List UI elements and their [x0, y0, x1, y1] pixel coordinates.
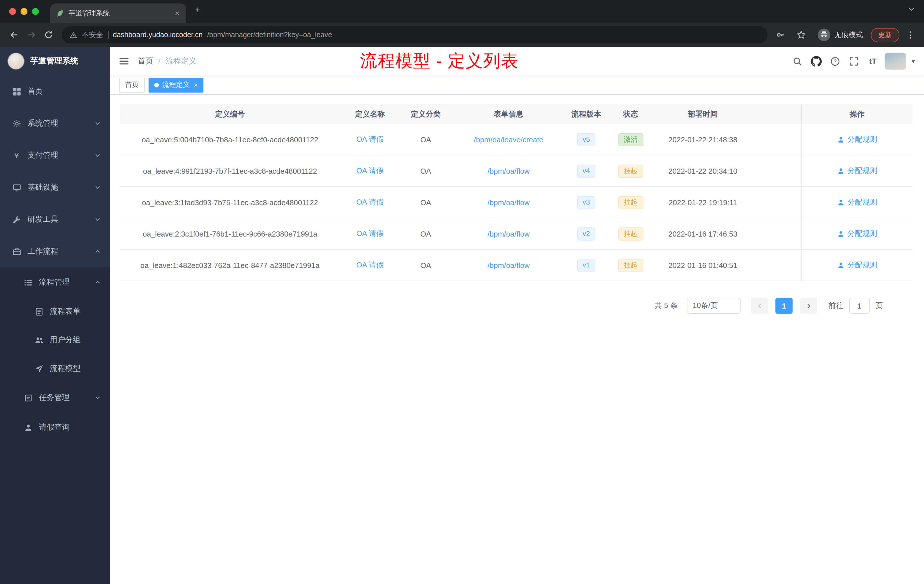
- font-size-icon[interactable]: tT: [866, 54, 880, 68]
- current-page-button[interactable]: 1: [776, 298, 792, 314]
- url-path: /bpm/manager/definition?key=oa_leave: [207, 31, 759, 39]
- window-minimize-button[interactable]: [21, 8, 27, 15]
- definition-id: oa_leave:5:004b710b-7b8a-11ec-8ef0-acde4…: [120, 124, 340, 155]
- column-header: 状态: [607, 104, 654, 124]
- chevron-icon: [95, 249, 101, 254]
- sidebar-item-process-model[interactable]: 流程模型: [0, 354, 110, 383]
- sidebar-logo[interactable]: 芋道管理系统: [0, 47, 110, 76]
- table-row: oa_leave:2:3c1f0ef1-76b1-11ec-9c66-a2380…: [120, 218, 912, 250]
- status-badge: 挂起: [618, 259, 643, 272]
- goto-page-input[interactable]: [849, 298, 870, 314]
- assign-rule-link[interactable]: 分配规则: [837, 134, 877, 145]
- definition-name-link[interactable]: OA 请假: [356, 134, 383, 145]
- bookmark-star-icon[interactable]: [792, 26, 810, 43]
- browser-tab[interactable]: 芋道管理系统 ×: [50, 3, 186, 23]
- sidebar-item-leave-query[interactable]: 请假查询: [0, 412, 110, 442]
- user-avatar[interactable]: [885, 53, 907, 70]
- group-icon: [34, 336, 43, 344]
- tags-view-bar: 首页 流程定义 ×: [110, 76, 924, 95]
- sidebar-item-infra[interactable]: 基础设施: [0, 172, 110, 203]
- tab-close-icon[interactable]: ×: [174, 8, 181, 18]
- sidebar-item-home[interactable]: 首页: [0, 76, 110, 107]
- task-icon: [23, 393, 33, 402]
- avatar-caret-icon[interactable]: ▾: [912, 58, 918, 65]
- definition-name-link[interactable]: OA 请假: [356, 166, 383, 176]
- assign-rule-link[interactable]: 分配规则: [837, 166, 877, 176]
- assign-rule-link[interactable]: 分配规则: [837, 260, 877, 270]
- fullscreen-icon[interactable]: [847, 54, 861, 68]
- sidebar-item-task-manage[interactable]: 任务管理: [0, 383, 110, 412]
- definition-category: OA: [400, 155, 451, 186]
- assign-rule-link[interactable]: 分配规则: [837, 229, 877, 239]
- browser-menu-button[interactable]: ⋮: [903, 30, 918, 40]
- sidebar-collapse-button[interactable]: [110, 56, 138, 66]
- breadcrumb-separator: /: [158, 57, 160, 66]
- form-info-link[interactable]: /bpm/oa/flow: [487, 261, 530, 269]
- version-tag: v1: [577, 259, 596, 272]
- goto-label: 前往: [828, 300, 843, 311]
- form-info-link[interactable]: /bpm/oa/flow: [487, 229, 530, 238]
- version-tag: v4: [577, 164, 596, 177]
- reload-button[interactable]: [40, 26, 57, 43]
- back-button[interactable]: [6, 26, 23, 43]
- tab-favicon-icon: [56, 9, 64, 17]
- form-info-link[interactable]: /bpm/oa/leave/create: [474, 135, 543, 144]
- tag-process-definition[interactable]: 流程定义 ×: [148, 78, 203, 92]
- column-header: 表单信息: [451, 104, 566, 124]
- active-tag-dot: [154, 82, 159, 87]
- column-header: 定义编号: [120, 104, 340, 124]
- sidebar: 芋道管理系统 首页 系统管理 ¥ 支付管理 基础设施 研发工具 工作流程 流程管…: [0, 47, 110, 584]
- prev-page-button[interactable]: [751, 298, 768, 314]
- sidebar-item-payment[interactable]: ¥ 支付管理: [0, 139, 110, 172]
- tab-search-chevron-icon[interactable]: [908, 5, 915, 15]
- next-page-button[interactable]: [800, 298, 817, 314]
- form-info-link[interactable]: /bpm/oa/flow: [487, 167, 530, 175]
- definition-name-link[interactable]: OA 请假: [356, 197, 383, 208]
- search-icon[interactable]: [790, 54, 804, 68]
- definition-id: oa_leave:2:3c1f0ef1-76b1-11ec-9c66-a2380…: [120, 218, 340, 249]
- definition-name-link[interactable]: OA 请假: [356, 229, 383, 239]
- sidebar-item-user-group[interactable]: 用户分组: [0, 326, 110, 354]
- svg-text:?: ?: [834, 58, 837, 64]
- new-tab-button[interactable]: +: [194, 5, 200, 16]
- address-bar[interactable]: 不安全 dashboard.yudao.iocoder.cn /bpm/mana…: [62, 26, 767, 43]
- table-row: oa_leave:1:482ec033-762a-11ec-8477-a2380…: [120, 250, 912, 281]
- goto-unit-label: 页: [875, 300, 883, 311]
- person-icon: [837, 136, 845, 143]
- page-size-select[interactable]: 10条/页: [687, 298, 741, 314]
- incognito-label: 无痕模式: [834, 30, 863, 40]
- tag-close-icon[interactable]: ×: [194, 81, 198, 89]
- sidebar-item-workflow[interactable]: 工作流程: [0, 236, 110, 267]
- forward-button[interactable]: [23, 26, 40, 43]
- github-icon[interactable]: [809, 54, 823, 68]
- definition-name-link[interactable]: OA 请假: [356, 260, 383, 270]
- navbar-actions: ? tT ▾: [790, 53, 924, 70]
- person-icon: [837, 199, 845, 206]
- sidebar-item-devtools[interactable]: 研发工具: [0, 203, 110, 236]
- assign-rule-link[interactable]: 分配规则: [837, 197, 877, 208]
- browser-window: 芋道管理系统 × + 不安全 dashboard.yudao.iocoder.c…: [0, 0, 924, 584]
- sidebar-item-process-manage[interactable]: 流程管理: [0, 267, 110, 297]
- incognito-badge[interactable]: 无痕模式: [813, 28, 868, 41]
- help-icon[interactable]: ?: [828, 54, 842, 68]
- chevron-icon: [95, 216, 101, 222]
- workflow-icon: [12, 247, 21, 256]
- table-header: 定义编号 定义名称 定义分类 表单信息 流程版本 状态 部署时间 操作: [120, 104, 912, 124]
- app-logo-avatar: [7, 53, 25, 70]
- tag-home[interactable]: 首页: [119, 78, 145, 92]
- table-row: oa_leave:4:991f2193-7b7f-11ec-a3c8-acde4…: [120, 155, 912, 187]
- breadcrumb-home[interactable]: 首页: [138, 56, 153, 66]
- window-close-button[interactable]: [9, 8, 16, 15]
- form-info-link[interactable]: /bpm/oa/flow: [487, 198, 530, 206]
- password-key-icon[interactable]: [772, 26, 789, 43]
- version-tag: v5: [577, 133, 596, 146]
- sidebar-fill: [0, 442, 110, 584]
- security-label[interactable]: 不安全: [82, 30, 103, 40]
- sidebar-menu: 首页 系统管理 ¥ 支付管理 基础设施 研发工具 工作流程 流程管理 流程表单 …: [0, 76, 110, 442]
- breadcrumb: 首页 / 流程定义: [138, 56, 196, 66]
- sidebar-item-system[interactable]: 系统管理: [0, 107, 110, 139]
- window-zoom-button[interactable]: [32, 8, 39, 15]
- chrome-update-button[interactable]: 更新: [871, 28, 899, 42]
- column-header: 操作: [801, 104, 912, 124]
- sidebar-item-process-form[interactable]: 流程表单: [0, 297, 110, 326]
